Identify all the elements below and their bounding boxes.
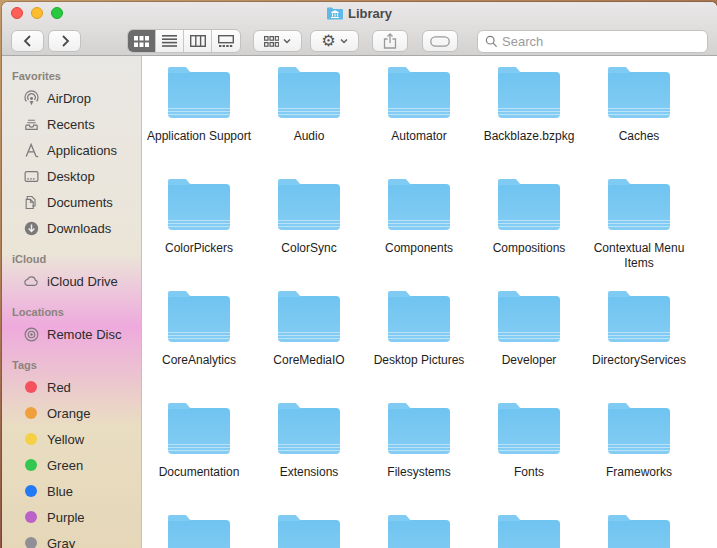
folder-label: ColorPickers (165, 241, 233, 256)
icon-view-button[interactable] (128, 30, 156, 52)
sidebar-item-orange[interactable]: Orange (2, 400, 141, 426)
window-title-area: Library (327, 6, 392, 21)
folder-icon (498, 184, 560, 230)
section-title-locations: Locations (2, 294, 141, 321)
folder-icon (388, 72, 450, 118)
sidebar-item-downloads[interactable]: Downloads (2, 215, 141, 241)
folder-label: Caches (619, 129, 660, 144)
sidebar-item-green[interactable]: Green (2, 452, 141, 478)
folder-icon (608, 184, 670, 230)
sidebar-item-blue[interactable]: Blue (2, 478, 141, 504)
library-folder-icon (327, 6, 343, 20)
sidebar-item-documents[interactable]: Documents (2, 189, 141, 215)
folder-icon (168, 408, 230, 454)
titlebar[interactable]: Library (2, 2, 717, 24)
tag-color-dot (25, 459, 37, 471)
icon-view-icon (134, 36, 149, 47)
folder-grid: Application SupportAudioAutomatorBackbla… (142, 56, 717, 548)
folder-icon (388, 296, 450, 342)
folder-label: Developer (502, 353, 557, 368)
sidebar-item-applications[interactable]: Applications (2, 137, 141, 163)
folder-item-colorpickers[interactable]: ColorPickers (144, 178, 254, 290)
folder-item-documentation[interactable]: Documentation (144, 402, 254, 514)
folder-item-automator[interactable]: Automator (364, 66, 474, 178)
forward-button[interactable] (48, 30, 81, 52)
folder-item-frameworks[interactable]: Frameworks (584, 402, 694, 514)
sidebar-item-label: Downloads (47, 221, 111, 236)
folder-item-fonts[interactable]: Fonts (474, 402, 584, 514)
folder-item-partial[interactable] (584, 514, 694, 548)
sidebar-item-gray[interactable]: Gray (2, 530, 141, 548)
section-title-icloud: iCloud (2, 241, 141, 268)
share-button[interactable] (372, 30, 408, 52)
folder-item-application-support[interactable]: Application Support (144, 66, 254, 178)
tag-icon (430, 36, 450, 47)
folder-label: Automator (391, 129, 446, 144)
search-input[interactable] (502, 34, 700, 49)
column-view-icon (190, 35, 206, 47)
folder-item-coremediaio[interactable]: CoreMediaIO (254, 290, 364, 402)
folder-item-desktop-pictures[interactable]: Desktop Pictures (364, 290, 474, 402)
sidebar-item-label: Gray (47, 536, 75, 548)
folder-icon (498, 72, 560, 118)
search-icon (485, 35, 498, 48)
search-field[interactable] (477, 30, 708, 53)
folder-label: Audio (294, 129, 325, 144)
sidebar-item-purple[interactable]: Purple (2, 504, 141, 530)
tag-button[interactable] (422, 30, 458, 52)
sidebar-item-desktop[interactable]: Desktop (2, 163, 141, 189)
recents-icon (23, 116, 40, 133)
sidebar-item-red[interactable]: Red (2, 374, 141, 400)
column-view-button[interactable] (184, 30, 212, 52)
folder-item-audio[interactable]: Audio (254, 66, 364, 178)
folder-item-backblaze-bzpkg[interactable]: Backblaze.bzpkg (474, 66, 584, 178)
window-chrome: Library (2, 2, 717, 56)
share-icon (383, 33, 397, 49)
gear-icon: ⚙ (321, 33, 335, 49)
folder-item-compositions[interactable]: Compositions (474, 178, 584, 290)
sidebar-item-label: Red (47, 380, 71, 395)
folder-item-partial[interactable] (254, 514, 364, 548)
sidebar-item-label: iCloud Drive (47, 274, 118, 289)
list-view-button[interactable] (156, 30, 184, 52)
disc-icon (23, 326, 40, 343)
folder-item-coreanalytics[interactable]: CoreAnalytics (144, 290, 254, 402)
folder-item-contextual-menu-items[interactable]: Contextual Menu Items (584, 178, 694, 290)
sidebar-item-label: Desktop (47, 169, 95, 184)
folder-item-developer[interactable]: Developer (474, 290, 584, 402)
folder-item-extensions[interactable]: Extensions (254, 402, 364, 514)
sidebar-item-remote-disc[interactable]: Remote Disc (2, 321, 141, 347)
folder-icon (608, 520, 670, 548)
folder-item-partial[interactable] (144, 514, 254, 548)
folder-icon (388, 408, 450, 454)
sidebar-item-label: Documents (47, 195, 113, 210)
folder-item-partial[interactable] (474, 514, 584, 548)
view-switcher (127, 29, 241, 53)
folder-item-directoryservices[interactable]: DirectoryServices (584, 290, 694, 402)
documents-icon (23, 194, 40, 211)
folder-label: Documentation (159, 465, 240, 480)
sidebar-item-icloud-drive[interactable]: iCloud Drive (2, 268, 141, 294)
section-title-favorites: Favorites (2, 58, 141, 85)
desktop-icon (23, 168, 40, 185)
sidebar-item-label: Green (47, 458, 83, 473)
gallery-view-button[interactable] (212, 30, 240, 52)
sidebar-item-recents[interactable]: Recents (2, 111, 141, 137)
folder-label: Desktop Pictures (374, 353, 465, 368)
sidebar-item-yellow[interactable]: Yellow (2, 426, 141, 452)
folder-item-components[interactable]: Components (364, 178, 474, 290)
folder-item-caches[interactable]: Caches (584, 66, 694, 178)
sidebar-item-airdrop[interactable]: AirDrop (2, 85, 141, 111)
sidebar-item-label: Recents (47, 117, 95, 132)
action-button[interactable]: ⚙ (310, 30, 359, 52)
close-button[interactable] (11, 7, 23, 19)
folder-item-colorsync[interactable]: ColorSync (254, 178, 364, 290)
minimize-button[interactable] (31, 7, 43, 19)
zoom-button[interactable] (51, 7, 63, 19)
folder-icon (388, 184, 450, 230)
folder-item-partial[interactable] (364, 514, 474, 548)
folder-item-filesystems[interactable]: Filesystems (364, 402, 474, 514)
group-button[interactable] (253, 30, 302, 52)
folder-icon (608, 296, 670, 342)
back-button[interactable] (11, 30, 44, 52)
